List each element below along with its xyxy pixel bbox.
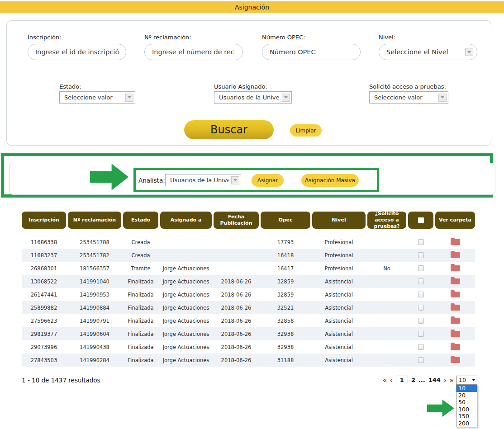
row-checkbox[interactable]: [418, 305, 424, 311]
page-size-select[interactable]: 10: [456, 376, 477, 384]
table-cell: 141990791: [68, 314, 121, 327]
page-size-option[interactable]: 10: [456, 385, 477, 392]
folder-icon[interactable]: [451, 318, 460, 324]
folder-icon[interactable]: [451, 265, 460, 271]
table-cell: 11683237: [22, 249, 66, 262]
table-cell: Finalizada: [123, 340, 158, 354]
pagination-controls: « ‹ 1 2 ... 144 › »: [383, 376, 454, 384]
estado-label: Estado:: [59, 83, 135, 90]
table-row: 27843503141990284FinalizadaJorge Actuaci…: [22, 354, 475, 367]
select-all-checkbox[interactable]: [418, 217, 424, 223]
prev-page-button[interactable]: ‹: [390, 377, 393, 384]
table-cell: 27596623: [22, 314, 66, 327]
table-cell: [367, 354, 406, 367]
table-cell: 2018-06-26: [214, 301, 259, 314]
row-checkbox-cell: [408, 275, 433, 288]
column-header: Estado: [123, 212, 158, 229]
table-row: 13068522141991040FinalizadaJorge Actuaci…: [22, 275, 475, 288]
table-cell: 141990953: [68, 288, 121, 301]
asignar-button[interactable]: Asignar: [252, 174, 284, 187]
page-title: Asignación: [235, 4, 269, 11]
next-page-button[interactable]: ›: [444, 377, 447, 384]
search-panel: Inscripción: Nº reclamación: Número OPEC…: [6, 20, 491, 146]
table-cell: Asistencial: [312, 327, 366, 340]
chevron-down-icon[interactable]: [125, 94, 133, 102]
page-size-option[interactable]: 200: [456, 420, 477, 427]
row-checkbox[interactable]: [418, 252, 424, 258]
row-checkbox[interactable]: [418, 331, 424, 337]
row-checkbox[interactable]: [418, 239, 424, 245]
solicito-acceso-select[interactable]: Seleccione valor: [369, 91, 448, 104]
table-row: 29073996141990438FinalizadaJorge Actuaci…: [22, 340, 475, 354]
table-cell: Creada: [123, 236, 158, 249]
chevron-down-icon[interactable]: [231, 176, 239, 184]
row-checkbox[interactable]: [418, 292, 424, 297]
table-row: 11683237253451782Creada16418Profesional: [22, 249, 475, 262]
asignacion-masiva-button[interactable]: Asignación Masiva: [301, 174, 359, 187]
chevron-down-icon[interactable]: [465, 48, 473, 56]
nivel-select[interactable]: Seleccione el Nivel: [379, 44, 477, 60]
page-size-option[interactable]: 20: [456, 392, 477, 399]
analista-select[interactable]: Usuarios de la Universidad: [165, 174, 241, 186]
table-cell: Jorge Actuaciones: [160, 327, 212, 340]
row-checkbox[interactable]: [418, 344, 424, 350]
table-cell: 25899882: [22, 301, 66, 314]
green-arrow-icon: [427, 400, 454, 417]
table-cell: 29073996: [22, 340, 66, 354]
table-cell: 11686338: [22, 236, 66, 249]
limpiar-button[interactable]: Limpiar: [290, 124, 322, 137]
table-cell: [160, 236, 212, 249]
chevron-down-icon[interactable]: [282, 94, 290, 102]
ver-carpeta-cell: [435, 301, 475, 314]
nivel-group: Nivel: Seleccione el Nivel: [379, 34, 477, 60]
table-cell: Jorge Actuaciones: [160, 354, 212, 367]
row-checkbox[interactable]: [418, 357, 424, 363]
estado-select[interactable]: Seleccione valor: [59, 91, 135, 104]
table-cell: Asistencial: [312, 301, 366, 314]
page-2-link[interactable]: 2: [411, 377, 415, 383]
table-cell: 141991040: [68, 275, 121, 288]
usuario-asignado-select[interactable]: Usuarios de la Universidad: [214, 91, 292, 104]
ver-carpeta-cell: [435, 275, 475, 288]
row-checkbox[interactable]: [418, 265, 424, 271]
row-checkbox[interactable]: [418, 278, 424, 284]
folder-icon[interactable]: [451, 357, 460, 363]
row-checkbox-cell: [408, 301, 433, 314]
numero-opec-group: Número OPEC:: [262, 34, 361, 60]
table-cell: Asistencial: [312, 340, 366, 354]
inscripcion-input[interactable]: [28, 44, 126, 60]
estado-select-value: Seleccione valor: [64, 94, 113, 101]
first-page-button[interactable]: «: [383, 377, 387, 384]
row-checkbox-cell: [408, 288, 433, 301]
table-cell: 26868301: [22, 262, 66, 275]
analista-select-value: Usuarios de la Universidad: [170, 177, 228, 184]
folder-icon[interactable]: [451, 344, 460, 350]
page-size-option[interactable]: 150: [456, 413, 477, 420]
page-size-option[interactable]: 100: [456, 406, 477, 413]
last-page-link[interactable]: 144: [428, 377, 441, 383]
numero-opec-input[interactable]: [262, 44, 361, 60]
table-cell: Jorge Actuaciones: [160, 262, 212, 275]
table-cell: 26147441: [22, 288, 66, 301]
column-header: [408, 212, 433, 229]
folder-icon[interactable]: [451, 292, 460, 297]
folder-icon[interactable]: [451, 278, 460, 284]
row-checkbox[interactable]: [418, 318, 424, 324]
table-cell: Finalizada: [123, 354, 158, 367]
table-cell: [367, 249, 406, 262]
table-header-row: InscripciónNº reclamaciónEstadoAsignado …: [22, 212, 475, 229]
buscar-button[interactable]: Buscar: [184, 120, 274, 139]
folder-icon[interactable]: [451, 305, 460, 311]
table-cell: Profesional: [312, 262, 366, 275]
folder-icon[interactable]: [451, 239, 460, 245]
chevron-down-icon[interactable]: [438, 94, 447, 102]
table-cell: 141990438: [68, 340, 121, 354]
table-cell: 16418: [261, 249, 310, 262]
reclamacion-input[interactable]: [144, 44, 243, 60]
page-size-option[interactable]: 50: [456, 399, 477, 406]
last-page-button[interactable]: »: [450, 377, 454, 384]
table-cell: 2018-06-26: [214, 288, 259, 301]
table-cell: 32858: [261, 314, 310, 327]
folder-icon[interactable]: [451, 331, 460, 337]
folder-icon[interactable]: [451, 252, 460, 258]
